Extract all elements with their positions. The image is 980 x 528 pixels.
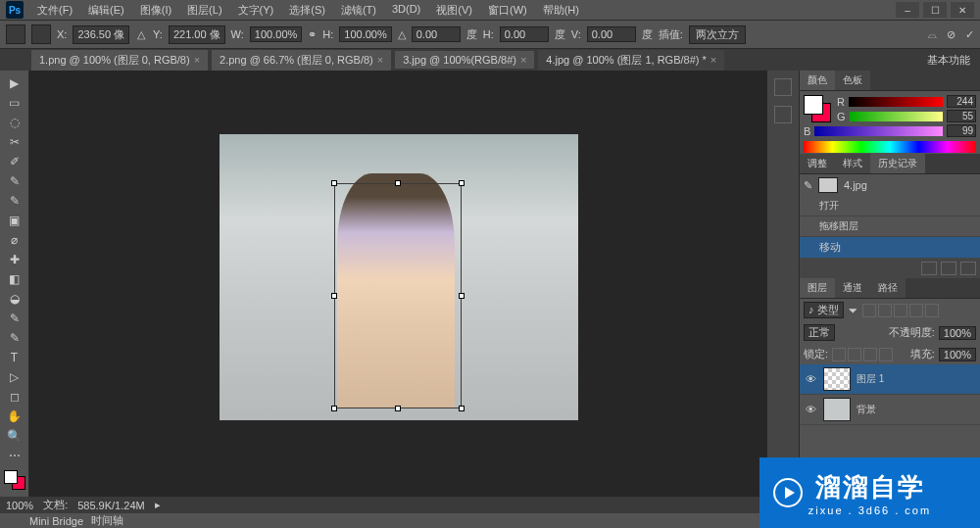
zoom-level[interactable]: 100% xyxy=(6,500,33,511)
move-tool-icon[interactable]: ▶ xyxy=(4,74,25,92)
tab-4[interactable]: 4.jpg @ 100% (图层 1, RGB/8#) *× xyxy=(538,50,724,71)
menu-select[interactable]: 选择(S) xyxy=(281,3,333,18)
history-delete-icon[interactable] xyxy=(960,262,976,275)
lock-all-icon[interactable] xyxy=(879,348,893,361)
lasso-tool-icon[interactable]: ◌ xyxy=(4,114,25,131)
layer-row-1[interactable]: 👁 图层 1 xyxy=(800,364,980,395)
history-item-move[interactable]: 移动 xyxy=(800,237,980,259)
lock-trans-icon[interactable] xyxy=(832,348,846,361)
menu-file[interactable]: 文件(F) xyxy=(29,3,80,18)
cancel-transform-icon[interactable]: ⊘ xyxy=(947,28,956,41)
snapshot-brush-icon[interactable]: ✎ xyxy=(804,179,812,192)
filter-dropdown-icon[interactable]: ⏷ xyxy=(848,305,858,316)
history-snapshot-icon[interactable] xyxy=(941,262,956,275)
tab-channels[interactable]: 通道 xyxy=(835,278,870,298)
angle-value[interactable]: 0.00 xyxy=(412,26,461,42)
bottom-tab-timeline[interactable]: 时间轴 xyxy=(91,513,123,528)
menu-help[interactable]: 帮助(H) xyxy=(535,3,587,18)
extras-tool-icon[interactable]: ⋯ xyxy=(4,447,25,464)
fg-swatch[interactable] xyxy=(804,95,823,115)
history-snapshot-row[interactable]: ✎ 4.jpg xyxy=(800,174,980,196)
filter-adjust-icon[interactable] xyxy=(878,304,892,317)
link-wh-icon[interactable]: ⚭ xyxy=(308,28,317,41)
lock-pos-icon[interactable] xyxy=(863,348,877,361)
hand-tool-icon[interactable]: ✋ xyxy=(4,408,25,425)
type-tool-icon[interactable]: T xyxy=(4,349,25,366)
fg-color-swatch[interactable] xyxy=(4,470,18,484)
g-value[interactable]: 55 xyxy=(947,110,976,122)
marquee-tool-icon[interactable]: ▭ xyxy=(4,94,25,112)
filter-pixel-icon[interactable] xyxy=(862,304,876,317)
g-slider[interactable] xyxy=(850,112,943,121)
color-swatches[interactable] xyxy=(4,470,25,490)
menu-filter[interactable]: 滤镜(T) xyxy=(333,3,384,18)
filter-type-icon[interactable] xyxy=(894,304,907,317)
color-big-swatch[interactable] xyxy=(804,95,831,122)
history-new-doc-icon[interactable] xyxy=(921,262,937,275)
tab-layers[interactable]: 图层 xyxy=(800,278,835,298)
dodge-tool-icon[interactable]: ✎ xyxy=(4,310,25,327)
x-value[interactable]: 236.50 像 xyxy=(73,25,129,44)
link-xy-icon[interactable]: △ xyxy=(135,28,147,41)
tab-4-close-icon[interactable]: × xyxy=(710,54,716,66)
menu-3d[interactable]: 3D(D) xyxy=(384,3,428,18)
collapsed-panel-icon-1[interactable] xyxy=(774,78,792,96)
transform-tool-icon[interactable] xyxy=(6,24,25,44)
tab-swatches[interactable]: 色板 xyxy=(835,71,870,90)
doc-size[interactable]: 585.9K/1.24M xyxy=(77,500,145,511)
healing-tool-icon[interactable]: ✎ xyxy=(4,172,25,190)
history-item-open[interactable]: 打开 xyxy=(800,196,980,216)
eraser-tool-icon[interactable]: ✚ xyxy=(4,251,25,268)
canvas-area[interactable] xyxy=(29,71,767,497)
fill-value[interactable]: 100% xyxy=(939,348,976,361)
doc-info-dropdown-icon[interactable]: ▸ xyxy=(155,499,161,511)
w-value[interactable]: 100.00% xyxy=(250,26,302,42)
tab-history[interactable]: 历史记录 xyxy=(870,154,925,173)
r-slider[interactable] xyxy=(849,97,943,107)
handle-top-right[interactable] xyxy=(459,180,465,186)
blend-mode-select[interactable]: 正常 xyxy=(804,324,835,341)
collapsed-panel-icon-2[interactable] xyxy=(774,106,792,123)
filter-smart-icon[interactable] xyxy=(925,304,939,317)
tab-2-close-icon[interactable]: × xyxy=(377,54,383,66)
interp-select[interactable]: 两次立方 xyxy=(689,25,746,44)
layer-bg-visibility-icon[interactable]: 👁 xyxy=(804,404,817,415)
commit-transform-icon[interactable]: ✓ xyxy=(965,28,974,41)
layer-filter-type[interactable]: ♪ 类型 xyxy=(804,302,844,318)
tab-styles[interactable]: 样式 xyxy=(835,154,870,173)
history-item-drag[interactable]: 拖移图层 xyxy=(800,216,980,237)
y-value[interactable]: 221.00 像 xyxy=(169,25,225,44)
menu-view[interactable]: 视图(V) xyxy=(428,3,480,18)
b-slider[interactable] xyxy=(814,126,943,136)
path-tool-icon[interactable]: ▷ xyxy=(4,368,25,386)
stamp-tool-icon[interactable]: ▣ xyxy=(4,212,25,229)
history-brush-tool-icon[interactable]: ⌀ xyxy=(4,231,25,249)
reference-point-icon[interactable] xyxy=(31,24,51,44)
eyedropper-tool-icon[interactable]: ✐ xyxy=(4,153,25,170)
color-spectrum[interactable] xyxy=(804,141,976,153)
r-value[interactable]: 244 xyxy=(947,95,976,108)
tab-3[interactable]: 3.jpg @ 100%(RGB/8#)× xyxy=(395,51,534,69)
bottom-tab-minibridge[interactable]: Mini Bridge xyxy=(29,515,83,527)
tab-1-close-icon[interactable]: × xyxy=(194,54,200,66)
skew-v-value[interactable]: 0.00 xyxy=(587,26,636,42)
skew-h-value[interactable]: 0.00 xyxy=(500,26,549,42)
h-value[interactable]: 100.00% xyxy=(339,26,391,42)
close-button[interactable]: ✕ xyxy=(951,2,974,18)
document-canvas[interactable] xyxy=(220,134,578,420)
workspace-select[interactable]: 基本功能 xyxy=(917,51,980,70)
handle-bot-left[interactable] xyxy=(331,406,337,411)
warp-icon[interactable]: ⌓ xyxy=(928,28,937,41)
handle-top-left[interactable] xyxy=(331,180,337,186)
layer-1-visibility-icon[interactable]: 👁 xyxy=(804,373,817,385)
shape-tool-icon[interactable]: ◻ xyxy=(4,388,25,406)
zoom-tool-icon[interactable]: 🔍 xyxy=(4,427,25,445)
handle-mid-left[interactable] xyxy=(331,293,337,299)
tab-paths[interactable]: 路径 xyxy=(870,278,906,298)
handle-bot-right[interactable] xyxy=(459,406,465,411)
menu-edit[interactable]: 编辑(E) xyxy=(80,3,132,18)
blur-tool-icon[interactable]: ◒ xyxy=(4,290,25,308)
layer-1-name[interactable]: 图层 1 xyxy=(857,372,884,386)
b-value[interactable]: 99 xyxy=(947,124,976,137)
tab-1[interactable]: 1.png @ 100% (图层 0, RGB/8)× xyxy=(31,50,208,71)
